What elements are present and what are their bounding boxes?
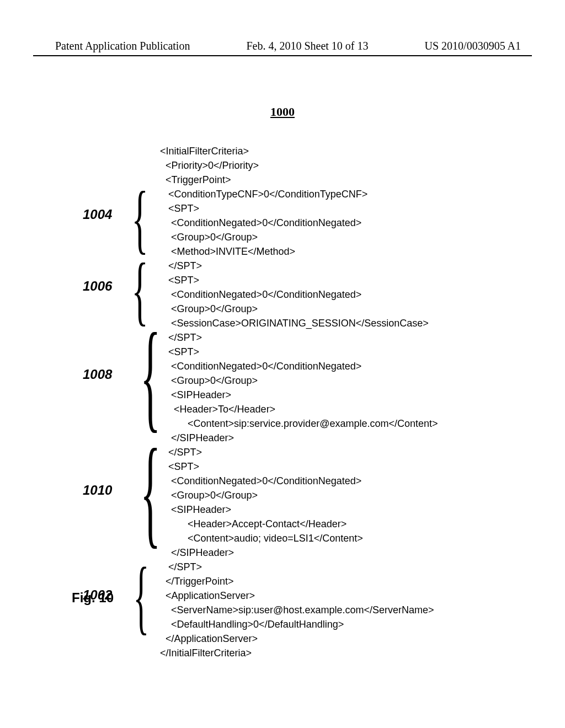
xml-line: </InitialFilterCriteria> <box>160 647 252 659</box>
brace-icon: { <box>131 245 148 334</box>
xml-line: </SPT> <box>160 447 202 458</box>
xml-line: <SPT> <box>160 275 199 286</box>
page: Patent Application Publication Feb. 4, 2… <box>0 0 565 728</box>
xml-line: <Header>Accept-Contact</Header> <box>160 518 347 529</box>
figure-caption: Fig. 10 <box>72 590 114 606</box>
ref-1004: 1004 { <box>83 207 112 222</box>
xml-line: <ConditionNegated>0</ConditionNegated> <box>160 475 361 486</box>
xml-line: <ApplicationServer> <box>160 590 255 601</box>
brace-icon: { <box>140 422 161 561</box>
xml-line: </SIPHeader> <box>160 432 234 443</box>
ref-label: 1008 <box>83 367 112 382</box>
xml-line: <Content>sip:service.provider@example.co… <box>160 418 438 429</box>
header-left: Patent Application Publication <box>55 40 190 52</box>
header-right: US 2010/0030905 A1 <box>425 40 521 52</box>
xml-line: <ConditionNegated>0</ConditionNegated> <box>160 289 361 300</box>
xml-line: <Group>0</Group> <box>160 490 258 501</box>
xml-line: <Content>audio; video=LSI1</Content> <box>160 533 363 544</box>
xml-line: <SPT> <box>160 461 199 472</box>
xml-line: <SessionCase>ORIGINATING_SESSION</Sessio… <box>160 318 429 329</box>
ref-1010: 1010 { <box>83 483 112 498</box>
xml-line: </SIPHeader> <box>160 547 234 558</box>
xml-line: <Method>INVITE</Method> <box>160 246 295 257</box>
xml-line: </SPT> <box>160 332 202 343</box>
xml-line: <Group>0</Group> <box>160 375 258 386</box>
ref-1006: 1006 { <box>83 279 112 294</box>
xml-line: </SPT> <box>160 561 202 572</box>
ref-label: 1004 <box>83 207 112 222</box>
xml-line: </TriggerPoint> <box>160 576 233 587</box>
xml-listing: <InitialFilterCriteria> <Priority>0</Pri… <box>160 130 438 675</box>
xml-line: <DefaultHandling>0</DefaultHandling> <box>160 619 344 630</box>
header-rule <box>33 55 532 56</box>
figure-number: 1000 <box>0 105 565 119</box>
ref-1008: 1008 { <box>83 367 112 382</box>
brace-icon: { <box>140 306 161 446</box>
xml-line: </SPT> <box>160 260 202 271</box>
xml-line: <Group>0</Group> <box>160 303 258 314</box>
xml-line: <ConditionNegated>0</ConditionNegated> <box>160 217 361 228</box>
xml-line: <ServerName>sip:user@host.example.com</S… <box>160 604 434 615</box>
xml-line: <ConditionNegated>0</ConditionNegated> <box>160 361 361 372</box>
xml-line: <Group>0</Group> <box>160 232 258 243</box>
header-mid: Feb. 4, 2010 Sheet 10 of 13 <box>246 40 368 52</box>
page-header: Patent Application Publication Feb. 4, 2… <box>55 40 521 52</box>
xml-line: </ApplicationServer> <box>160 633 258 644</box>
xml-line: <Priority>0</Priority> <box>160 160 259 171</box>
xml-line: <TriggerPoint> <box>160 174 231 185</box>
ref-label: 1010 <box>83 483 112 497</box>
brace-icon: { <box>131 174 148 263</box>
xml-line: <Header>To</Header> <box>160 404 275 415</box>
ref-label: 1006 <box>83 279 112 293</box>
xml-line: <SPT> <box>160 346 199 357</box>
xml-line: <InitialFilterCriteria> <box>160 146 249 157</box>
figure-number-text: 1000 <box>270 105 295 119</box>
xml-line: <ConditionTypeCNF>0</ConditionTypeCNF> <box>160 189 367 200</box>
brace-icon: { <box>134 549 150 644</box>
xml-line: <SIPHeader> <box>160 389 231 400</box>
xml-line: <SPT> <box>160 203 199 214</box>
xml-line: <SIPHeader> <box>160 504 231 515</box>
